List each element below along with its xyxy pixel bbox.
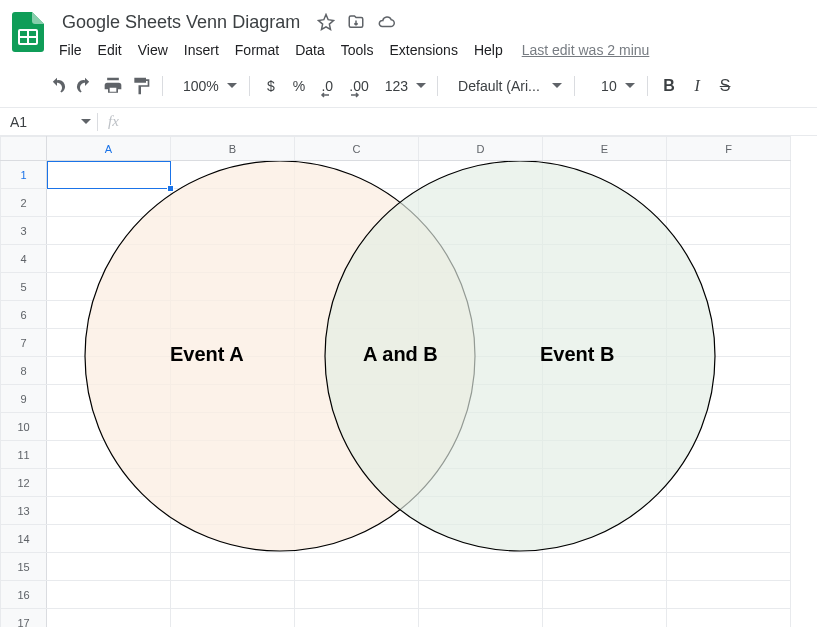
venn-label-a: Event A <box>170 343 244 366</box>
toolbar-separator <box>162 76 163 96</box>
titlebar: Google Sheets Venn Diagram File Edit Vie… <box>0 0 817 64</box>
chevron-down-icon <box>81 119 91 125</box>
menu-file[interactable]: File <box>52 38 89 62</box>
spreadsheet-grid[interactable]: A B C D E F 1 2 3 4 5 6 7 8 9 10 11 12 1… <box>0 136 817 627</box>
last-edit-link[interactable]: Last edit was 2 minu <box>522 42 650 58</box>
formula-input[interactable] <box>129 108 817 135</box>
chevron-down-icon <box>416 83 426 89</box>
document-title[interactable]: Google Sheets Venn Diagram <box>56 10 306 35</box>
row-header[interactable]: 1 <box>1 161 47 189</box>
row-header[interactable]: 7 <box>1 329 47 357</box>
toolbar-separator <box>249 76 250 96</box>
paint-format-button[interactable] <box>128 73 154 99</box>
column-header[interactable]: C <box>295 137 419 161</box>
zoom-value: 100% <box>179 78 223 94</box>
move-icon[interactable] <box>346 12 366 32</box>
menu-tools[interactable]: Tools <box>334 38 381 62</box>
strikethrough-button[interactable]: S <box>712 73 738 99</box>
cloud-status-icon[interactable] <box>376 12 396 32</box>
row-header[interactable]: 11 <box>1 441 47 469</box>
row-header[interactable]: 15 <box>1 553 47 581</box>
print-button[interactable] <box>100 73 126 99</box>
chevron-down-icon <box>227 83 237 89</box>
toolbar-separator <box>574 76 575 96</box>
percent-button[interactable]: % <box>286 73 312 99</box>
menu-extensions[interactable]: Extensions <box>382 38 464 62</box>
name-box[interactable]: A1 <box>0 108 97 135</box>
menu-edit[interactable]: Edit <box>91 38 129 62</box>
row-header[interactable]: 5 <box>1 273 47 301</box>
row-header[interactable]: 16 <box>1 581 47 609</box>
font-size-dropdown[interactable]: 10 <box>583 73 639 99</box>
column-header[interactable]: E <box>543 137 667 161</box>
menu-help[interactable]: Help <box>467 38 510 62</box>
venn-label-b: Event B <box>540 343 614 366</box>
toolbar-separator <box>647 76 648 96</box>
row-header[interactable]: 9 <box>1 385 47 413</box>
name-box-value: A1 <box>10 114 27 130</box>
decrease-decimal-button[interactable]: .0 <box>314 73 340 99</box>
italic-button[interactable]: I <box>684 73 710 99</box>
column-header[interactable]: D <box>419 137 543 161</box>
font-value: Default (Ari... <box>454 78 544 94</box>
zoom-dropdown[interactable]: 100% <box>171 73 241 99</box>
column-header[interactable]: F <box>667 137 791 161</box>
currency-button[interactable]: $ <box>258 73 284 99</box>
bold-button[interactable]: B <box>656 73 682 99</box>
menu-format[interactable]: Format <box>228 38 286 62</box>
more-formats-dropdown[interactable]: 123 <box>378 73 429 99</box>
row-header[interactable]: 10 <box>1 413 47 441</box>
menu-data[interactable]: Data <box>288 38 332 62</box>
column-header[interactable]: B <box>171 137 295 161</box>
fx-icon: fx <box>98 113 129 130</box>
select-all-corner[interactable] <box>1 137 47 161</box>
toolbar: 100% $ % .0 .00 123 Default (Ari... 10 B… <box>0 64 817 108</box>
redo-button[interactable] <box>72 73 98 99</box>
row-header[interactable]: 12 <box>1 469 47 497</box>
row-header[interactable]: 14 <box>1 525 47 553</box>
row-header[interactable]: 8 <box>1 357 47 385</box>
row-header[interactable]: 3 <box>1 217 47 245</box>
chevron-down-icon <box>625 83 635 89</box>
column-header[interactable]: A <box>47 137 171 161</box>
toolbar-separator <box>437 76 438 96</box>
title-block: Google Sheets Venn Diagram File Edit Vie… <box>56 8 817 62</box>
menubar: File Edit View Insert Format Data Tools … <box>52 38 817 62</box>
menu-insert[interactable]: Insert <box>177 38 226 62</box>
row-header[interactable]: 6 <box>1 301 47 329</box>
venn-label-intersection: A and B <box>363 343 438 366</box>
star-icon[interactable] <box>316 12 336 32</box>
formula-bar: A1 fx <box>0 108 817 136</box>
font-size-value: 10 <box>597 78 621 94</box>
venn-diagram[interactable]: Event A A and B Event B <box>70 161 730 561</box>
increase-decimal-button[interactable]: .00 <box>342 73 375 99</box>
row-header[interactable]: 4 <box>1 245 47 273</box>
chevron-down-icon <box>552 83 562 89</box>
undo-button[interactable] <box>44 73 70 99</box>
sheets-app-icon[interactable] <box>8 12 48 52</box>
menu-view[interactable]: View <box>131 38 175 62</box>
row-header[interactable]: 17 <box>1 609 47 628</box>
font-dropdown[interactable]: Default (Ari... <box>446 73 566 99</box>
row-header[interactable]: 2 <box>1 189 47 217</box>
row-header[interactable]: 13 <box>1 497 47 525</box>
